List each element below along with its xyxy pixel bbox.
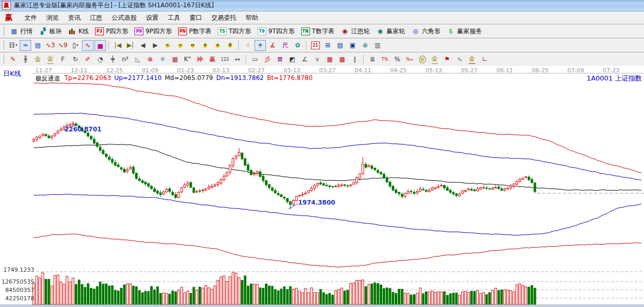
- percent-button[interactable]: %: [392, 54, 403, 65]
- calendar-button[interactable]: 21: [310, 40, 321, 51]
- angle-j-button[interactable]: ∟: [479, 54, 490, 65]
- fan-dark-button[interactable]: ◩: [287, 54, 298, 65]
- fan-box-button[interactable]: ⊠: [274, 54, 286, 65]
- shen-ruler-button[interactable]: 神: [194, 54, 206, 65]
- prev-bar-button[interactable]: ◀: [137, 40, 149, 51]
- session-notes-button[interactable]: ▤: [334, 40, 346, 51]
- gold-ruler-button[interactable]: 金: [32, 54, 44, 65]
- toolbar-grip[interactable]: [2, 26, 4, 36]
- channel-toggle-button[interactable]: ≈: [20, 40, 31, 51]
- ruler-tool-button[interactable]: 尺: [279, 40, 291, 51]
- spiral-tool-button[interactable]: ✿: [292, 40, 303, 51]
- fan-lines-button[interactable]: 彡: [262, 54, 273, 65]
- n2-ruler-button[interactable]: n²: [119, 54, 131, 65]
- t-square-button[interactable]: TST四方形: [214, 26, 254, 37]
- reset-scale-button[interactable]: ◆※: [224, 40, 236, 51]
- scale-list-button[interactable]: ≣: [367, 54, 378, 65]
- k-marker-button[interactable]: K": [182, 54, 193, 65]
- volume-bar: [368, 284, 370, 304]
- compress-right-button[interactable]: ◆→: [175, 40, 186, 51]
- t-percent-button[interactable]: T%: [379, 54, 391, 65]
- p9-square-button[interactable]: P99P四方形: [131, 26, 175, 37]
- candle-body: [374, 168, 376, 170]
- flag-tool-button[interactable]: ⚑: [441, 54, 453, 65]
- print-button[interactable]: ▥: [372, 40, 383, 51]
- expand-horizontal-button[interactable]: ◆↔: [187, 40, 198, 51]
- menu-help[interactable]: 帮助: [241, 12, 263, 24]
- menu-news[interactable]: 资讯: [63, 12, 85, 24]
- red-wave-button[interactable]: ∿: [82, 40, 93, 51]
- winner-wheel-button[interactable]: ◉赢家轮: [373, 26, 408, 37]
- gold-line-button[interactable]: 金: [429, 54, 440, 65]
- brush-ruler-button[interactable]: ✐: [82, 54, 93, 65]
- v-wave-button[interactable]: ∨: [312, 54, 323, 65]
- menu-tools[interactable]: 工具: [163, 12, 185, 24]
- chart-plot[interactable]: [0, 66, 644, 305]
- p3-wave-button[interactable]: ∿3: [45, 40, 56, 51]
- tick-ruler-button[interactable]: ╪: [107, 54, 118, 65]
- circle-ruler-button[interactable]: ◔: [95, 54, 106, 65]
- f-ruler-button[interactable]: F: [57, 54, 69, 65]
- ying-ruler-button[interactable]: 赢: [207, 54, 218, 65]
- gold-circle-button[interactable]: 金: [417, 54, 428, 65]
- spiral-small-button[interactable]: ↻: [70, 54, 81, 65]
- ruler-h-button[interactable]: ╫: [20, 54, 31, 65]
- histogram-button[interactable]: ▅: [95, 40, 106, 51]
- red-grid-button[interactable]: ▦: [324, 54, 336, 65]
- expand-all-button[interactable]: ◆+: [212, 40, 223, 51]
- menu-window[interactable]: 窗口: [185, 12, 207, 24]
- hand-tool-button[interactable]: ☝: [242, 40, 253, 51]
- brush-tool-button[interactable]: ✎: [7, 54, 19, 65]
- p9-wave-button[interactable]: ∿9: [57, 40, 69, 51]
- gold-red-button[interactable]: 金: [466, 54, 478, 65]
- red-grid-arrow-button[interactable]: ▩: [337, 54, 348, 65]
- toolbar-grip[interactable]: [2, 41, 4, 50]
- goto-start-button[interactable]: |◀: [112, 40, 124, 51]
- compass-button[interactable]: ⊕: [144, 54, 156, 65]
- t9-square-button[interactable]: T99T四方形: [254, 26, 298, 37]
- mirror-angle-button[interactable]: ◺: [132, 54, 143, 65]
- menu-file[interactable]: 文件: [20, 12, 42, 24]
- net-grid-button[interactable]: ▦: [169, 54, 181, 65]
- angle-measure-button[interactable]: ∡: [267, 40, 278, 51]
- menu-settings[interactable]: 设置: [141, 12, 163, 24]
- star-grid-button[interactable]: ✳: [157, 54, 168, 65]
- count-ruler-button[interactable]: 123: [219, 54, 231, 65]
- calculator-button[interactable]: ⊞: [322, 40, 333, 51]
- t-number-button[interactable]: TNT数字表: [298, 26, 338, 37]
- gold-ruler2-button[interactable]: 金: [45, 54, 56, 65]
- next-bar-button[interactable]: ▶: [150, 40, 161, 51]
- sectors-button[interactable]: ▞板块: [36, 26, 65, 37]
- candle-style-button[interactable]: ▯▾: [70, 40, 81, 51]
- percent-line-button[interactable]: %=: [404, 54, 415, 65]
- quotes-button[interactable]: ▦行情: [7, 26, 36, 37]
- period-day-button[interactable]: 日▾: [7, 40, 19, 51]
- title-bar[interactable]: 赢 赢家江恩专业版[赢家内部服务平台] - [上证指数 SH1A0001-167…: [0, 0, 644, 11]
- export-web-button[interactable]: ⊕: [359, 40, 371, 51]
- toolbar-grip[interactable]: [2, 55, 4, 64]
- gann-wheel-button[interactable]: ◉江恩轮: [338, 26, 373, 37]
- crosshair-tool-button[interactable]: +: [254, 40, 266, 51]
- p-number-button[interactable]: PNP数字表: [175, 26, 214, 37]
- menu-browse[interactable]: 浏览: [42, 12, 63, 24]
- menu-trade[interactable]: 交易委托: [207, 12, 241, 24]
- candle-body: [492, 188, 494, 189]
- hexagon-button[interactable]: ◎六角形: [408, 26, 444, 37]
- wave-band-button[interactable]: ∿: [454, 54, 465, 65]
- span-arrow-button[interactable]: ↔: [232, 54, 243, 65]
- menu-stock-picker[interactable]: 公式选股: [107, 12, 141, 24]
- compress-left-button[interactable]: ◆←: [162, 40, 173, 51]
- slant-lines-button[interactable]: ∥: [349, 54, 360, 65]
- ruler-h-icon: ╫: [23, 56, 27, 63]
- save-button[interactable]: ▣: [347, 40, 358, 51]
- kline-button[interactable]: K线: [65, 26, 92, 37]
- goto-end-button[interactable]: ▶|: [125, 40, 136, 51]
- winner-service-button[interactable]: $赢家服务: [444, 26, 485, 37]
- date-tick-label: 05-13: [425, 67, 442, 74]
- angle-rays-button[interactable]: ∠: [299, 54, 311, 65]
- info-panel-button[interactable]: ▤: [32, 40, 44, 51]
- gann-box-button[interactable]: ▭: [249, 54, 261, 65]
- p-square-button[interactable]: P3P四方形: [92, 26, 131, 37]
- menu-gann[interactable]: 江恩: [85, 12, 107, 24]
- compress-all-button[interactable]: ◆✕: [199, 40, 211, 51]
